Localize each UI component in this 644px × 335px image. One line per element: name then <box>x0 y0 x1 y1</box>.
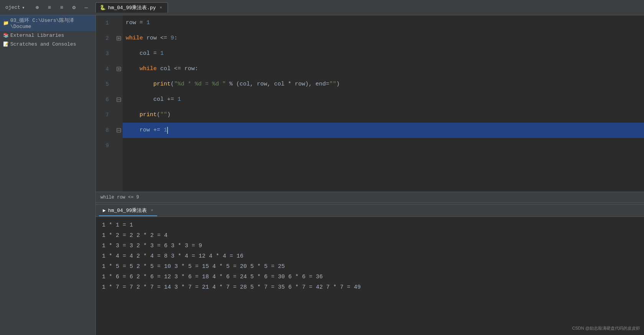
line-num-1: 1 <box>96 15 112 31</box>
code-line-7: print("") <box>123 107 644 123</box>
line-num-8: 8 <box>96 123 112 138</box>
tab-bar: 🐍 hm_04_99乘法表.py × <box>95 2 168 13</box>
tab-filename: hm_04_99乘法表.py <box>108 4 156 11</box>
output-panel: ▶ hm_04_99乘法表 × 1 * 1 = 1 1 * 2 = 2 2 * … <box>96 205 644 335</box>
code-line-3: col = 1 <box>123 46 644 61</box>
sidebar-item-scratches[interactable]: 📝 Scratches and Consoles <box>0 40 95 49</box>
code-line-2: while row <= 9: <box>123 31 644 46</box>
fold-2[interactable] <box>115 31 123 46</box>
line-num-5: 5 <box>96 77 112 92</box>
library-icon: 📚 <box>3 33 9 38</box>
sidebar-item-label: Scratches and Consoles <box>10 41 76 47</box>
output-tab[interactable]: ▶ hm_04_99乘法表 × <box>99 205 157 216</box>
sidebar-item-label: 03_循环 C:\Users\陈与泽\Docume <box>10 17 92 30</box>
project-section: oject ▾ ⊕ ≡ ≡ ⚙ — <box>3 3 91 12</box>
code-editor[interactable]: 1 2 3 4 5 6 7 8 9 <box>96 15 644 202</box>
tab-icon: 🐍 <box>100 5 106 11</box>
output-tab-bar: ▶ hm_04_99乘法表 × <box>96 205 644 217</box>
line-num-9: 9 <box>96 138 112 153</box>
editor-area: 1 2 3 4 5 6 7 8 9 <box>96 15 644 335</box>
fold-9 <box>115 138 123 153</box>
main-area: 📁 03_循环 C:\Users\陈与泽\Docume 📚 External L… <box>0 15 644 335</box>
folder-icon: 📁 <box>3 20 9 26</box>
line-num-6: 6 <box>96 92 112 107</box>
tab-close-button[interactable]: × <box>158 5 164 10</box>
line-num-2: 2 <box>96 31 112 46</box>
output-line-6: 1 * 6 = 6 2 * 6 = 12 3 * 6 = 18 4 * 6 = … <box>102 272 638 282</box>
output-line-4: 1 * 4 = 4 2 * 4 = 8 3 * 4 = 12 4 * 4 = 1… <box>102 251 638 261</box>
status-text: while row <= 9 <box>100 195 139 200</box>
fold-6[interactable] <box>115 92 123 107</box>
fold-8[interactable] <box>115 123 123 138</box>
output-tab-label: hm_04_99乘法表 <box>108 207 147 214</box>
line-numbers: 1 2 3 4 5 6 7 8 9 <box>96 15 115 192</box>
code-line-8: row += 1 <box>123 123 644 138</box>
output-tab-icon: ▶ <box>103 207 106 213</box>
sidebar-item-label: External Libraries <box>10 33 64 38</box>
fold-3 <box>115 46 123 61</box>
top-bar: oject ▾ ⊕ ≡ ≡ ⚙ — 🐍 hm_04_99乘法表.py × <box>0 0 644 15</box>
menu-icon-1[interactable]: ≡ <box>45 3 54 12</box>
project-label: oject <box>5 5 20 10</box>
line-num-4: 4 <box>96 61 112 77</box>
code-line-6: col += 1 <box>123 92 644 107</box>
line-num-3: 3 <box>96 46 112 61</box>
fold-gutter <box>115 15 123 192</box>
code-lines: row = 1 while row <= 9: col = 1 while co… <box>123 15 644 192</box>
output-line-7: 1 * 7 = 7 2 * 7 = 14 3 * 7 = 21 4 * 7 = … <box>102 282 638 292</box>
sidebar: 📁 03_循环 C:\Users\陈与泽\Docume 📚 External L… <box>0 15 96 335</box>
scratch-icon: 📝 <box>3 41 9 47</box>
fold-7 <box>115 107 123 123</box>
fold-1 <box>115 15 123 31</box>
output-line-1: 1 * 1 = 1 <box>102 220 638 230</box>
project-dropdown[interactable]: oject ▾ <box>3 4 27 11</box>
output-tab-close[interactable]: × <box>151 208 153 213</box>
output-line-3: 1 * 3 = 3 2 * 3 = 6 3 * 3 = 9 <box>102 241 638 251</box>
sidebar-item-project[interactable]: 📁 03_循环 C:\Users\陈与泽\Docume <box>0 15 95 31</box>
menu-icon-2[interactable]: ≡ <box>57 3 66 12</box>
chevron-down-icon: ▾ <box>22 5 25 11</box>
code-line-5: print("%d * %d = %d " % (col, row, col *… <box>123 77 644 92</box>
code-line-4: while col <= row: <box>123 61 644 77</box>
line-num-7: 7 <box>96 107 112 123</box>
settings-icon[interactable]: ⚙ <box>69 3 79 12</box>
output-content: 1 * 1 = 1 1 * 2 = 2 2 * 2 = 4 1 * 3 = 3 … <box>96 217 644 335</box>
sidebar-item-external-libs[interactable]: 📚 External Libraries <box>0 31 95 40</box>
output-line-5: 1 * 5 = 5 2 * 5 = 10 3 * 5 = 15 4 * 5 = … <box>102 261 638 272</box>
minimize-icon[interactable]: — <box>82 3 91 12</box>
fold-4[interactable] <box>115 61 123 77</box>
watermark: CSDN @励志敲满硬盘代码的皮皮虾 <box>572 325 640 331</box>
top-icons: ⊕ ≡ ≡ ⚙ — <box>33 3 91 12</box>
editor-tab[interactable]: 🐍 hm_04_99乘法表.py × <box>95 2 168 13</box>
code-line-1: row = 1 <box>123 15 644 31</box>
sync-icon[interactable]: ⊕ <box>33 3 42 12</box>
code-content: 1 2 3 4 5 6 7 8 9 <box>96 15 644 192</box>
code-line-9 <box>123 138 644 153</box>
editor-status-bar: while row <= 9 <box>96 192 644 202</box>
fold-5 <box>115 77 123 92</box>
output-line-2: 1 * 2 = 2 2 * 2 = 4 <box>102 230 638 241</box>
